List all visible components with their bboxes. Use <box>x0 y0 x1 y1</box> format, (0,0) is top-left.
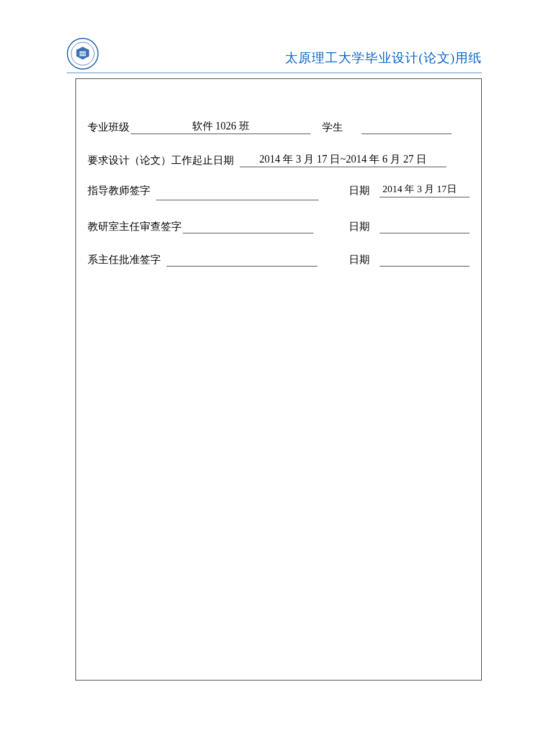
field-office-head-sign <box>183 219 313 233</box>
page-header-title: 太原理工大学毕业设计(论文)用纸 <box>285 49 482 67</box>
label-advisor-date: 日期 <box>349 183 371 197</box>
form-content: 专业班级 软件 1026 班 学生 要求设计（论文）工作起止日期 2014 年 … <box>76 79 481 291</box>
label-student: 学生 <box>322 120 344 134</box>
row-office-head-sign: 教研室主任审查签字 日期 <box>88 213 470 233</box>
label-work-dates: 要求设计（论文）工作起止日期 <box>88 153 235 167</box>
row-dean-sign: 系主任批准签字 日期 <box>88 246 470 267</box>
label-dean-date: 日期 <box>349 253 371 267</box>
label-advisor-sign: 指导教师签字 <box>88 183 151 197</box>
row-work-dates: 要求设计（论文）工作起止日期 2014 年 3 月 17 日~2014 年 6 … <box>88 147 470 167</box>
field-major-class: 软件 1026 班 <box>131 120 311 134</box>
field-advisor-sign <box>156 186 319 200</box>
label-office-head-date: 日期 <box>349 219 371 233</box>
label-office-head-sign: 教研室主任审查签字 <box>88 219 183 233</box>
header-divider <box>67 73 482 73</box>
field-office-head-date <box>380 219 470 233</box>
label-dean-sign: 系主任批准签字 <box>88 253 162 267</box>
label-major-class: 专业班级 <box>88 120 131 134</box>
value-advisor-date: 2014 年 3 月 17日 <box>380 183 470 197</box>
university-logo-icon: 1902 <box>67 38 99 70</box>
row-major-class: 专业班级 软件 1026 班 学生 <box>88 114 470 134</box>
value-major-class: 软件 1026 班 <box>131 119 311 133</box>
form-container: 专业班级 软件 1026 班 学生 要求设计（论文）工作起止日期 2014 年 … <box>75 78 482 681</box>
field-dean-date <box>380 253 470 267</box>
field-dean-sign <box>167 253 317 267</box>
field-student <box>362 120 452 134</box>
value-work-dates: 2014 年 3 月 17 日~2014 年 6 月 27 日 <box>240 152 446 166</box>
row-advisor-sign: 指导教师签字 日期 2014 年 3 月 17日 <box>88 180 470 200</box>
svg-text:1902: 1902 <box>80 52 85 55</box>
field-work-dates: 2014 年 3 月 17 日~2014 年 6 月 27 日 <box>240 153 446 167</box>
page-header: 1902 太原理工大学毕业设计(论文)用纸 <box>67 38 482 73</box>
